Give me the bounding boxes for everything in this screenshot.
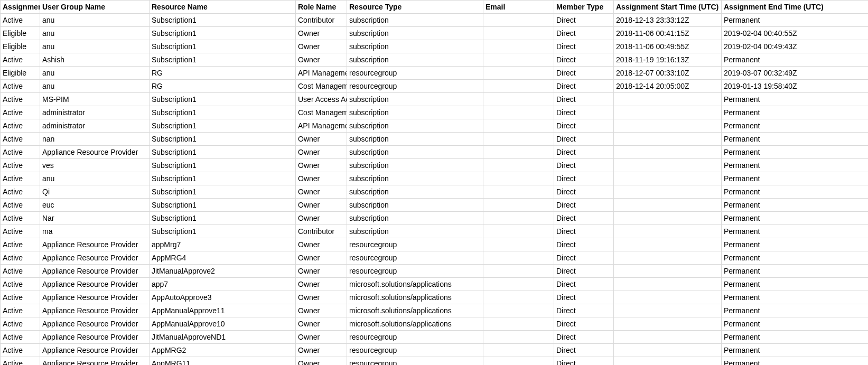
cell-end-time[interactable]: 2019-02-04 00:49:43Z [722, 40, 869, 53]
cell-user-group[interactable]: euc [40, 199, 150, 212]
cell-role[interactable]: Owner [296, 212, 347, 225]
cell-assignment[interactable]: Active [1, 317, 40, 331]
cell-member-type[interactable]: Direct [554, 40, 614, 53]
cell-resource-type[interactable]: subscription [347, 185, 483, 199]
cell-role[interactable]: Owner [296, 172, 347, 185]
cell-resource-type[interactable]: subscription [347, 119, 483, 133]
cell-role[interactable]: Owner [296, 344, 347, 357]
cell-assignment[interactable]: Active [1, 199, 40, 212]
col-end-time[interactable]: Assignment End Time (UTC) [722, 1, 869, 14]
cell-resource-type[interactable]: microsoft.solutions/applications [347, 278, 483, 291]
cell-resource-type[interactable]: subscription [347, 106, 483, 119]
cell-role[interactable]: User Access Administrator [296, 93, 347, 106]
cell-email[interactable] [483, 199, 554, 212]
cell-assignment[interactable]: Active [1, 278, 40, 291]
cell-user-group[interactable]: Appliance Resource Provider [40, 304, 150, 317]
cell-resource-type[interactable]: resourcegroup [347, 344, 483, 357]
cell-start-time[interactable] [614, 133, 722, 146]
cell-assignment[interactable]: Active [1, 185, 40, 199]
cell-member-type[interactable]: Direct [554, 133, 614, 146]
cell-member-type[interactable]: Direct [554, 172, 614, 185]
col-email[interactable]: Email [483, 1, 554, 14]
cell-user-group[interactable]: anu [40, 40, 150, 53]
cell-email[interactable] [483, 40, 554, 53]
cell-resource[interactable]: Subscription1 [150, 172, 296, 185]
cell-end-time[interactable]: Permanent [722, 159, 869, 172]
cell-user-group[interactable]: anu [40, 27, 150, 40]
cell-email[interactable] [483, 93, 554, 106]
cell-resource[interactable]: Subscription1 [150, 133, 296, 146]
cell-start-time[interactable] [614, 265, 722, 278]
cell-resource-type[interactable]: subscription [347, 133, 483, 146]
cell-start-time[interactable] [614, 344, 722, 357]
cell-email[interactable] [483, 278, 554, 291]
cell-member-type[interactable]: Direct [554, 199, 614, 212]
cell-resource-type[interactable]: resourcegroup [347, 357, 483, 366]
cell-email[interactable] [483, 265, 554, 278]
cell-user-group[interactable]: Ashish [40, 53, 150, 67]
cell-member-type[interactable]: Direct [554, 225, 614, 238]
cell-email[interactable] [483, 357, 554, 366]
cell-start-time[interactable] [614, 238, 722, 251]
cell-user-group[interactable]: Appliance Resource Provider [40, 291, 150, 304]
cell-resource[interactable]: JitManualApproveND1 [150, 331, 296, 344]
cell-end-time[interactable]: Permanent [722, 225, 869, 238]
cell-member-type[interactable]: Direct [554, 80, 614, 93]
cell-start-time[interactable] [614, 251, 722, 265]
cell-resource[interactable]: app7 [150, 278, 296, 291]
cell-email[interactable] [483, 159, 554, 172]
cell-user-group[interactable]: anu [40, 14, 150, 27]
cell-start-time[interactable]: 2018-11-06 00:41:15Z [614, 27, 722, 40]
cell-role[interactable]: Cost Management [296, 80, 347, 93]
cell-resource-type[interactable]: subscription [347, 172, 483, 185]
cell-start-time[interactable] [614, 278, 722, 291]
cell-user-group[interactable]: Qi [40, 185, 150, 199]
cell-user-group[interactable]: nan [40, 133, 150, 146]
cell-start-time[interactable] [614, 199, 722, 212]
cell-role[interactable]: Owner [296, 185, 347, 199]
cell-end-time[interactable]: Permanent [722, 146, 869, 159]
cell-user-group[interactable]: administrator [40, 106, 150, 119]
cell-assignment[interactable]: Active [1, 212, 40, 225]
cell-start-time[interactable] [614, 146, 722, 159]
assignments-table[interactable]: Assignment User Group Name Resource Name… [0, 0, 868, 365]
cell-assignment[interactable]: Active [1, 238, 40, 251]
cell-role[interactable]: Owner [296, 133, 347, 146]
cell-assignment[interactable]: Active [1, 291, 40, 304]
cell-user-group[interactable]: Appliance Resource Provider [40, 146, 150, 159]
cell-resource-type[interactable]: subscription [347, 93, 483, 106]
cell-member-type[interactable]: Direct [554, 159, 614, 172]
table-row[interactable]: ActiveanuRGCost ManagementresourcegroupD… [1, 80, 869, 93]
cell-assignment[interactable]: Active [1, 119, 40, 133]
cell-member-type[interactable]: Direct [554, 106, 614, 119]
cell-resource-type[interactable]: resourcegroup [347, 80, 483, 93]
cell-assignment[interactable]: Active [1, 357, 40, 366]
cell-member-type[interactable]: Direct [554, 317, 614, 331]
cell-end-time[interactable]: Permanent [722, 53, 869, 67]
table-row[interactable]: EligibleanuSubscription1Ownersubscriptio… [1, 40, 869, 53]
cell-user-group[interactable]: MS-PIM [40, 93, 150, 106]
table-row[interactable]: ActiveeucSubscription1OwnersubscriptionD… [1, 199, 869, 212]
table-row[interactable]: EligibleanuRGAPI Managementresourcegroup… [1, 67, 869, 80]
cell-resource-type[interactable]: resourcegroup [347, 251, 483, 265]
cell-role[interactable]: Owner [296, 40, 347, 53]
cell-resource[interactable]: Subscription1 [150, 106, 296, 119]
cell-resource[interactable]: AppMRG11 [150, 357, 296, 366]
cell-role[interactable]: Owner [296, 265, 347, 278]
cell-resource[interactable]: Subscription1 [150, 14, 296, 27]
cell-assignment[interactable]: Active [1, 159, 40, 172]
cell-user-group[interactable]: Appliance Resource Provider [40, 357, 150, 366]
col-member-type[interactable]: Member Type [554, 1, 614, 14]
table-row[interactable]: ActiveAppliance Resource ProviderappMrg7… [1, 238, 869, 251]
cell-end-time[interactable]: Permanent [722, 344, 869, 357]
cell-assignment[interactable]: Active [1, 331, 40, 344]
cell-end-time[interactable]: Permanent [722, 172, 869, 185]
cell-end-time[interactable]: 2019-03-07 00:32:49Z [722, 67, 869, 80]
cell-resource-type[interactable]: microsoft.solutions/applications [347, 291, 483, 304]
cell-email[interactable] [483, 119, 554, 133]
cell-resource-type[interactable]: subscription [347, 53, 483, 67]
cell-resource[interactable]: Subscription1 [150, 119, 296, 133]
cell-end-time[interactable]: Permanent [722, 265, 869, 278]
cell-resource[interactable]: Subscription1 [150, 225, 296, 238]
cell-resource[interactable]: AppAutoApprove3 [150, 291, 296, 304]
